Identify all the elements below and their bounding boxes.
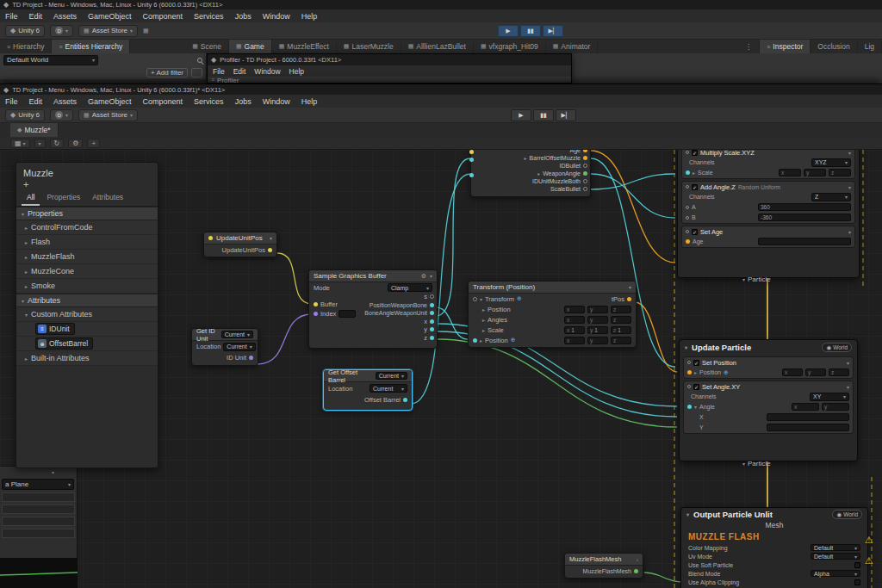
wire-age-to-setage[interactable] — [591, 151, 675, 263]
wire-scalebullet-to-multiply[interactable] — [591, 174, 675, 189]
block-enable-port[interactable] — [687, 385, 691, 388]
event-attributes-node[interactable]: Age ▸BarrelOffsetMuzzle IDBullet ▸Weapon… — [470, 150, 591, 197]
x-field[interactable]: x — [782, 368, 803, 376]
x-field[interactable]: x — [779, 169, 801, 176]
location-dropdown[interactable]: Current ▾ — [370, 384, 407, 393]
set-age-block[interactable]: ✓ Set Age ▾ Age — [681, 226, 855, 248]
expander-icon[interactable]: ▸ — [537, 170, 540, 176]
node-header[interactable]: MuzzleFlashMesh ‹ — [565, 554, 643, 566]
muzzle-flash-mesh-node[interactable]: MuzzleFlashMesh ‹ MuzzleFlashMesh — [564, 553, 643, 579]
save-button[interactable]: ▦▾ — [10, 139, 30, 148]
output-port[interactable] — [634, 569, 638, 573]
property-row[interactable]: ▸Smoke — [16, 279, 158, 294]
settings-button[interactable]: ⚙ — [68, 139, 83, 148]
input-port[interactable] — [469, 173, 474, 177]
input-port[interactable] — [473, 338, 477, 343]
block-checkbox[interactable]: ✓ — [692, 184, 698, 190]
menu-file[interactable]: File — [213, 67, 225, 76]
set-angle-block[interactable]: ✓ Set Angle.XY ▾ Channels XY ▾ ▾ — [683, 381, 854, 434]
output-particle-context[interactable]: ▾ Output Particle Unlit ◉ World Mesh MUZ… — [680, 507, 868, 588]
attribute-row[interactable]: ≡ IDUnit — [16, 322, 158, 337]
expander-icon[interactable]: ▸ — [482, 306, 485, 313]
output-port[interactable] — [583, 179, 587, 183]
property-row[interactable]: ▸ControlFromCode — [16, 220, 158, 235]
output-port[interactable] — [583, 187, 587, 191]
menu-jobs[interactable]: Jobs — [235, 97, 252, 106]
multiply-scale-block[interactable]: ✓ Multiply Scale.XYZ ▾ Channels XYZ ▾ ▸ — [681, 150, 855, 179]
block-enable-port[interactable] — [686, 185, 689, 189]
block-checkbox[interactable]: ✓ — [692, 150, 698, 156]
menu-assets[interactable]: Assets — [53, 12, 77, 21]
block-header[interactable]: ✓ Set Age ▾ — [682, 226, 854, 237]
mode-dropdown[interactable]: Clamp ▾ — [388, 283, 432, 292]
chevron-down-icon[interactable]: ▾ — [685, 344, 687, 350]
attribute-row[interactable]: ⊕ OffsetBarrel — [16, 337, 158, 351]
y-field[interactable]: y — [587, 306, 608, 313]
output-port[interactable] — [430, 303, 434, 307]
pause-button[interactable]: ▮▮ — [533, 109, 554, 121]
warning-icon[interactable]: ⚠ — [865, 555, 873, 566]
menu-assets[interactable]: Assets — [53, 97, 77, 106]
layout-grid-icon[interactable]: ▦ — [143, 28, 149, 34]
output-port[interactable] — [583, 150, 587, 152]
panel-field[interactable] — [2, 517, 75, 526]
chevron-down-icon[interactable]: ▾ — [848, 184, 851, 190]
init-particle-anchor[interactable]: ▾ Particle — [742, 275, 771, 283]
attribute-chip[interactable]: ≡ IDUnit — [35, 323, 75, 335]
menu-window[interactable]: Window — [254, 67, 280, 76]
block-header[interactable]: ✓ Set Position ▾ — [684, 357, 853, 368]
index-field[interactable] — [339, 310, 356, 318]
z-field[interactable]: z — [829, 169, 851, 176]
node-header[interactable]: Transform (Position) ▾ — [469, 282, 636, 294]
gizmo-icon[interactable]: ⊕ — [511, 337, 516, 344]
add-filter-button[interactable]: + Add filter — [146, 68, 188, 77]
refresh-button[interactable]: ↻ — [50, 139, 65, 148]
panel-field[interactable] — [2, 504, 75, 514]
output-port[interactable] — [430, 294, 434, 299]
x-field[interactable]: x — [564, 306, 585, 313]
menu-window[interactable]: Window — [263, 12, 290, 21]
panel-field[interactable] — [2, 492, 75, 502]
setting-dropdown[interactable]: Default ▾ — [811, 544, 860, 551]
tab-entities-hierarchy[interactable]: ≡ Entities Hierarchy — [52, 40, 130, 53]
y-field[interactable]: y — [804, 169, 826, 176]
profiler-titlebar[interactable]: ◆ Profiler - TD Project - 6000.0.33f1 <D… — [208, 54, 571, 65]
bg-titlebar[interactable]: ◆ TD Project - Menu - Windows, Mac, Linu… — [0, 0, 882, 9]
menu-file[interactable]: File — [5, 97, 18, 106]
block-header[interactable]: ✓ Add Angle.Z Random Uniform ▾ — [682, 182, 854, 192]
menu-gameobject[interactable]: GameObject — [88, 12, 132, 21]
channels-dropdown[interactable]: XY ▾ — [810, 393, 849, 401]
y-field[interactable]: y — [805, 368, 826, 376]
node-header[interactable]: Get ID Unit Current ▾ — [192, 329, 258, 341]
x-field[interactable]: x — [792, 403, 819, 411]
asset-store-button[interactable]: ▦ Asset Store ▾ — [78, 109, 138, 121]
z-field[interactable]: z — [611, 306, 631, 313]
header-dropdown[interactable]: Current ▾ — [376, 372, 407, 380]
block-checkbox[interactable]: ✓ — [693, 384, 699, 390]
chevron-down-icon[interactable]: ▾ — [686, 511, 689, 517]
tab-lighting[interactable]: Lig — [858, 40, 882, 53]
expander-icon[interactable]: ▸ — [482, 317, 485, 323]
property-row[interactable]: ▸Flash — [16, 235, 158, 250]
collapse-icon[interactable]: ‹ — [637, 557, 638, 562]
input-port[interactable] — [314, 312, 318, 316]
output-port[interactable] — [268, 248, 272, 252]
sample-graphics-buffer-node[interactable]: Sample Graphics Buffer ⚙ ▾ Mode Clamp ▾ — [308, 269, 438, 349]
output-port[interactable] — [430, 311, 434, 315]
tab-animator[interactable]: ▦ Animator — [546, 40, 599, 53]
chevron-down-icon[interactable]: ▾ — [848, 150, 851, 156]
panel-field[interactable] — [2, 529, 75, 538]
expander-icon[interactable]: ▸ — [694, 369, 697, 375]
menu-edit[interactable]: Edit — [29, 12, 43, 21]
warning-icon[interactable]: ⚠ — [865, 535, 873, 546]
node-header[interactable]: Sample Graphics Buffer ⚙ ▾ — [309, 270, 437, 282]
output-port[interactable] — [627, 297, 631, 301]
block-enable-port[interactable] — [686, 230, 689, 233]
input-port[interactable] — [686, 216, 689, 220]
input-port[interactable] — [686, 170, 690, 175]
chevron-down-icon[interactable]: ▾ — [430, 273, 432, 279]
property-row[interactable]: ▸MuzzleCone — [16, 264, 158, 279]
pause-button[interactable]: ▮▮ — [520, 25, 541, 37]
transform-position-node[interactable]: Transform (Position) ▾ ▾ Transform ⊕ tPo… — [468, 281, 637, 348]
expander-icon[interactable]: ▾ — [480, 296, 482, 302]
